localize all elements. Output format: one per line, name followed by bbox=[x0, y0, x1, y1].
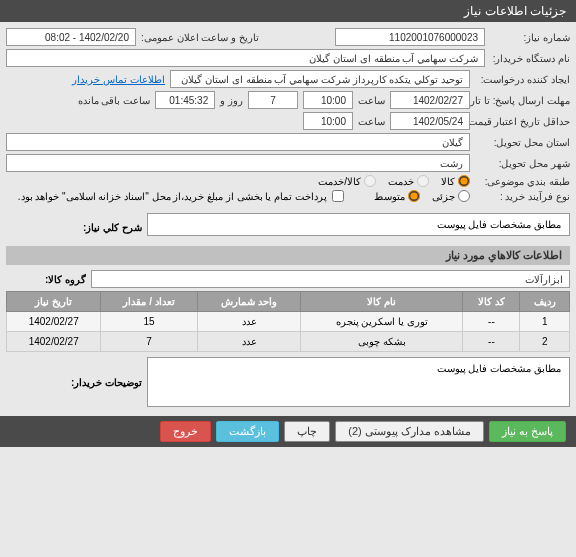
th-row: ردیف bbox=[520, 292, 570, 312]
respond-button[interactable]: پاسخ به نیاز bbox=[489, 421, 566, 442]
th-code: کد کالا bbox=[463, 292, 520, 312]
radio-service[interactable]: خدمت bbox=[388, 175, 429, 187]
request-creator-label: ایجاد کننده درخواست: bbox=[475, 74, 570, 85]
deadline-label: مهلت ارسال پاسخ: تا تاریخ: bbox=[475, 95, 570, 106]
attachments-button[interactable]: مشاهده مدارک پیوستی (2) bbox=[335, 421, 484, 442]
public-announce-value: 1402/02/20 - 08:02 bbox=[6, 28, 136, 46]
city-value: رشت bbox=[6, 154, 470, 172]
treasury-checkbox-input[interactable] bbox=[332, 190, 344, 202]
th-name: نام کالا bbox=[301, 292, 463, 312]
buyer-value: شرکت سهامي آب منطقه ای استان گيلان bbox=[6, 49, 485, 67]
time-label-1: ساعت bbox=[358, 95, 385, 106]
th-date: تاریخ نیاز bbox=[7, 292, 101, 312]
button-bar: پاسخ به نیاز مشاهده مدارک پیوستی (2) چاپ… bbox=[0, 416, 576, 447]
table-row[interactable]: 2--بشکه چوبیعدد71402/02/27 bbox=[7, 332, 570, 352]
validity-time: 10:00 bbox=[303, 112, 353, 130]
public-announce-label: تاریخ و ساعت اعلان عمومی: bbox=[141, 32, 259, 43]
radio-medium-input[interactable] bbox=[408, 190, 420, 202]
validity-label: حداقل تاریخ اعتبار قیمت: تا تاریخ: bbox=[475, 116, 570, 127]
items-section-title: اطلاعات کالاهاي مورد نیاز bbox=[6, 246, 570, 265]
buyer-notes-label: توضیحات خریدار: bbox=[62, 377, 142, 388]
radio-goods[interactable]: کالا bbox=[441, 175, 470, 187]
window-title: جزئیات اطلاعات نیاز bbox=[464, 4, 566, 18]
group-value: ابزارآلات bbox=[91, 270, 570, 288]
days-value: 7 bbox=[248, 91, 298, 109]
window-header: جزئیات اطلاعات نیاز bbox=[0, 0, 576, 22]
contact-link[interactable]: اطلاعات تماس خریدار bbox=[72, 74, 165, 85]
province-label: استان محل تحویل: bbox=[475, 137, 570, 148]
treasury-checkbox[interactable]: پرداخت تمام یا بخشی از مبلغ خرید،از محل … bbox=[18, 190, 344, 202]
category-radio-group: کالا خدمت کالا/خدمت bbox=[318, 175, 470, 187]
radio-goods-service-input[interactable] bbox=[364, 175, 376, 187]
buyer-label: نام دستگاه خریدار: bbox=[490, 53, 570, 64]
items-table: ردیف کد کالا نام کالا واحد شمارش تعداد /… bbox=[6, 291, 570, 352]
th-unit: واحد شمارش bbox=[197, 292, 301, 312]
process-label: نوع فرآیند خرید : bbox=[475, 191, 570, 202]
validity-date: 1402/05/24 bbox=[390, 112, 470, 130]
radio-partial-input[interactable] bbox=[458, 190, 470, 202]
buyer-notes-box: مطابق مشخصات فایل پیوست bbox=[147, 357, 570, 407]
radio-goods-input[interactable] bbox=[458, 175, 470, 187]
process-radio-group: جزئی متوسط bbox=[374, 190, 470, 202]
deadline-date: 1402/02/27 bbox=[390, 91, 470, 109]
th-qty: تعداد / مقدار bbox=[101, 292, 197, 312]
need-number-label: شماره نیاز: bbox=[490, 32, 570, 43]
request-creator-value: توحید توکلي یتکده کارپرداز شرکت سهامي آب… bbox=[170, 70, 470, 88]
description-box: مطابق مشخصات فایل پیوست bbox=[147, 213, 570, 236]
exit-button[interactable]: خروج bbox=[160, 421, 211, 442]
back-button[interactable]: بازگشت bbox=[216, 421, 279, 442]
category-label: طبقه بندي موضوعی: bbox=[475, 176, 570, 187]
desc-label: شرح کلي نیاز: bbox=[62, 222, 142, 233]
need-number-value: 1102001076000023 bbox=[335, 28, 485, 46]
remaining-time: 01:45:32 bbox=[155, 91, 215, 109]
province-value: گیلان bbox=[6, 133, 470, 151]
radio-medium[interactable]: متوسط bbox=[374, 190, 420, 202]
radio-goods-service[interactable]: کالا/خدمت bbox=[318, 175, 376, 187]
main-content: شماره نیاز: 1102001076000023 تاریخ و ساع… bbox=[0, 22, 576, 416]
days-label: روز و bbox=[220, 95, 243, 106]
time-label-2: ساعت bbox=[358, 116, 385, 127]
table-row[interactable]: 1--توری یا اسکرین پنجرهعدد151402/02/27 bbox=[7, 312, 570, 332]
group-label: گروه کالا: bbox=[6, 274, 86, 285]
print-button[interactable]: چاپ bbox=[284, 421, 330, 442]
city-label: شهر محل تحویل: bbox=[475, 158, 570, 169]
radio-service-input[interactable] bbox=[417, 175, 429, 187]
deadline-time: 10:00 bbox=[303, 91, 353, 109]
radio-partial[interactable]: جزئی bbox=[432, 190, 470, 202]
remaining-label: ساعت باقی مانده bbox=[78, 95, 151, 106]
